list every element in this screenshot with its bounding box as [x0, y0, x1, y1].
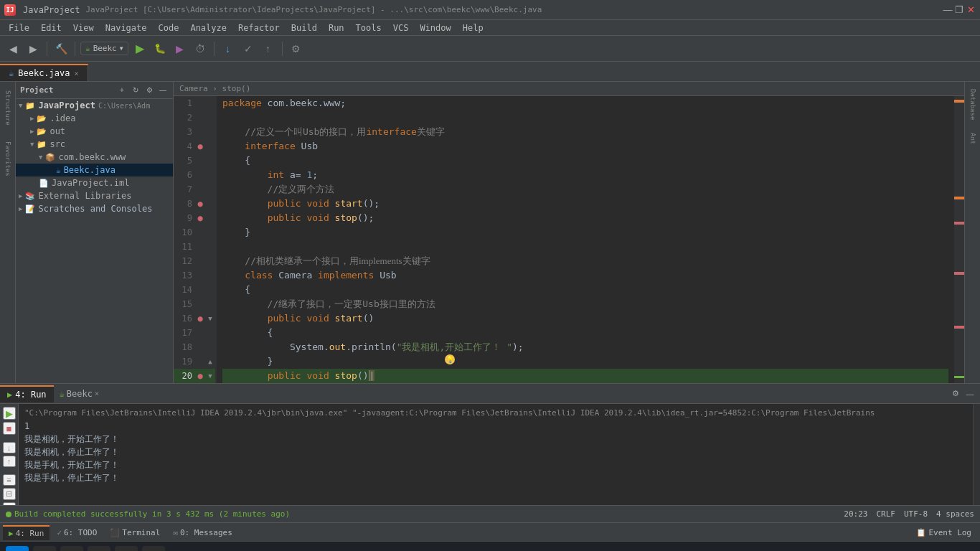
settings-button[interactable]: ⚙: [288, 40, 305, 57]
idea-folder-icon: 📂: [37, 114, 47, 123]
run-wrap-btn[interactable]: ≡: [3, 474, 16, 486]
back-button[interactable]: ◀: [4, 40, 22, 57]
run-stop-btn[interactable]: ■: [3, 422, 16, 435]
menu-edit[interactable]: Edit: [35, 22, 67, 34]
structure-panel-label[interactable]: Structure: [3, 86, 13, 130]
taskbar-qq-btn[interactable]: 💬: [142, 546, 165, 552]
code-text-14: {: [222, 283, 250, 297]
menu-code[interactable]: Code: [153, 22, 185, 34]
build-button[interactable]: 🔨: [52, 40, 70, 57]
panel-settings-btn[interactable]: ⚙: [950, 388, 961, 400]
tool-tab-messages[interactable]: ✉ 0: Messages: [167, 526, 237, 540]
code-line-13: class Camera implements Usb: [222, 268, 948, 283]
line-separator[interactable]: CRLF: [876, 509, 895, 519]
tree-item-package[interactable]: ▼ 📦 com.beekc.www: [16, 151, 173, 164]
beekc-run-close[interactable]: ×: [95, 390, 99, 397]
debug-button[interactable]: 🐛: [151, 40, 169, 57]
menu-vcs[interactable]: VCS: [387, 22, 415, 34]
build-status-icon: [6, 512, 11, 517]
menu-view[interactable]: View: [67, 22, 100, 34]
run-restart-btn[interactable]: ▶: [3, 407, 16, 420]
tree-item-iml[interactable]: 📄 JavaProject.iml: [16, 176, 173, 189]
taskbar-search-btn[interactable]: 🔍: [33, 546, 56, 552]
menu-refactor[interactable]: Refactor: [232, 22, 286, 34]
tree-item-idea[interactable]: ▶ 📂 .idea: [16, 112, 173, 125]
scroll-up-btn[interactable]: ↑: [3, 456, 16, 467]
tool-tab-terminal[interactable]: ⬛ Terminal: [104, 526, 166, 540]
tool-tab-run[interactable]: ▶ 4: Run: [3, 525, 50, 540]
line-row-1: 1: [174, 96, 215, 110]
run-filter-btn[interactable]: ⊟: [3, 488, 16, 500]
menu-tools[interactable]: Tools: [350, 22, 387, 34]
maximize-button[interactable]: ❐: [954, 5, 964, 15]
tree-item-beekc[interactable]: ☕ Beekc.java: [16, 164, 173, 176]
code-line-10: }: [222, 225, 948, 240]
ln-17: 17: [174, 326, 195, 340]
left-icon-strip: Structure Favorites: [0, 82, 16, 383]
taskbar-left: ⊞ 🔍 📁 🌐 IJ 💬: [6, 546, 165, 552]
menu-navigate[interactable]: Navigate: [100, 22, 153, 34]
ln-16: 16: [174, 311, 195, 326]
line-row-17: 17: [174, 326, 215, 340]
menu-file[interactable]: File: [3, 22, 35, 34]
database-panel-label[interactable]: Database: [968, 85, 978, 124]
code-area[interactable]: 1 2 3 4● 5 6 7 8● 9● 10 11 12 13 14 15 1…: [174, 96, 964, 383]
run-scrollbar[interactable]: [973, 404, 980, 505]
tree-item-src[interactable]: ▼ 📁 src: [16, 138, 173, 151]
scroll-end-btn[interactable]: ↓: [3, 442, 16, 453]
run-button[interactable]: ▶: [131, 40, 149, 57]
menu-build[interactable]: Build: [286, 22, 323, 34]
close-button[interactable]: ✕: [966, 5, 976, 15]
tool-tab-todo[interactable]: ✓ 6: TODO: [51, 526, 103, 540]
menu-run[interactable]: Run: [323, 22, 350, 34]
code-text[interactable]: package com.beekc.www; //定义一个叫Usb的接口，用in…: [217, 96, 954, 383]
tree-item-ext-libs[interactable]: ▶ 📚 External Libraries: [16, 189, 173, 202]
forward-button[interactable]: ▶: [24, 40, 42, 57]
profile-button[interactable]: ⏱: [192, 40, 209, 57]
menu-window[interactable]: Window: [414, 22, 456, 34]
tab-close-button[interactable]: ×: [74, 70, 78, 77]
ln-12: 12: [174, 254, 195, 268]
code-line-20: public void stop()|: [222, 369, 948, 383]
project-add-btn[interactable]: +: [116, 85, 128, 96]
tab-beekc-java[interactable]: ☕ Beekc.java ×: [0, 64, 88, 81]
taskbar-explorer-btn[interactable]: 📁: [60, 546, 83, 552]
code-text-16: public void start(): [222, 311, 374, 326]
run-config-selector[interactable]: ☕ Beekc ▼: [80, 42, 128, 55]
minimize-button[interactable]: —: [943, 5, 953, 15]
ant-panel-label[interactable]: Ant: [968, 128, 978, 149]
coverage-button[interactable]: ▶: [171, 40, 189, 57]
vcs-commit-button[interactable]: ✓: [240, 40, 257, 57]
indent-setting[interactable]: 4 spaces: [936, 509, 974, 519]
bottom-tool-tabs: ▶ 4: Run ✓ 6: TODO ⬛ Terminal ✉ 0: Messa…: [0, 522, 980, 542]
taskbar-idea-btn[interactable]: IJ: [115, 546, 138, 552]
project-close-btn[interactable]: —: [157, 85, 169, 96]
run-print-btn[interactable]: 🖨: [3, 502, 16, 505]
tool-tab-eventlog[interactable]: 📋 Event Log: [910, 526, 977, 540]
ln-13: 13: [174, 268, 195, 283]
encoding[interactable]: UTF-8: [904, 509, 928, 519]
tree-item-out[interactable]: ▶ 📂 out: [16, 125, 173, 138]
tree-item-scratches[interactable]: ▶ 📝 Scratches and Consoles: [16, 202, 173, 215]
vcs-push-button[interactable]: ↑: [260, 40, 277, 57]
taskbar-chrome-btn[interactable]: 🌐: [88, 546, 110, 552]
code-text-4: interface Usb: [222, 139, 318, 154]
tab-run[interactable]: ▶ 4: Run: [0, 385, 54, 402]
code-line-2: [222, 110, 948, 125]
code-line-14: {: [222, 283, 948, 297]
line-row-18: 18: [174, 340, 215, 354]
menu-help[interactable]: Help: [457, 22, 489, 34]
gutter-mark-error: [954, 222, 964, 225]
line-row-12: 12: [174, 254, 215, 268]
cursor-position[interactable]: 20:23: [844, 509, 867, 519]
favorites-panel-label[interactable]: Favorites: [3, 137, 13, 181]
vcs-update-button[interactable]: ↓: [220, 40, 237, 57]
project-settings-btn[interactable]: ⚙: [143, 85, 155, 96]
menu-analyze[interactable]: Analyze: [184, 22, 232, 34]
taskbar-start-btn[interactable]: ⊞: [6, 546, 29, 552]
project-sync-btn[interactable]: ↻: [130, 85, 141, 96]
ln-1: 1: [174, 96, 195, 110]
tab-beekc-run[interactable]: ☕ Beekc ×: [57, 386, 102, 402]
panel-minimize-btn[interactable]: —: [964, 388, 976, 400]
tree-item-javaproject[interactable]: ▼ 📁 JavaProject C:\Users\Adm: [16, 99, 173, 112]
